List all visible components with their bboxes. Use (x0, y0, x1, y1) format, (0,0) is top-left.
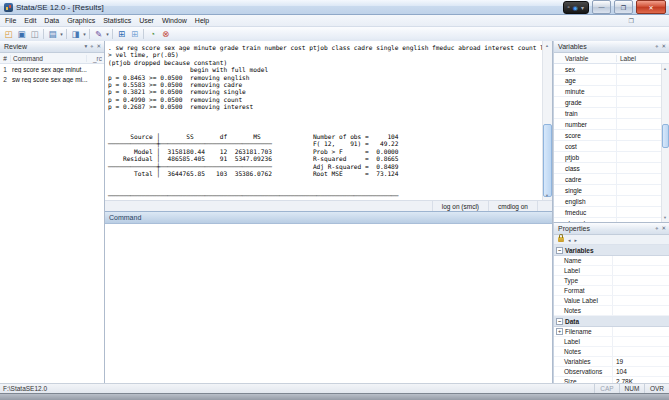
variables-pin-icon[interactable]: ⌖ (655, 43, 658, 50)
expand-icon[interactable]: + (556, 328, 563, 335)
properties-close-icon[interactable]: ✕ (661, 225, 666, 232)
variable-name[interactable]: class (554, 165, 616, 172)
property-row[interactable]: Format (554, 286, 669, 296)
overlay-widget[interactable]: ▫◉▾ (563, 1, 589, 14)
variable-name[interactable]: grade (554, 99, 616, 106)
review-column-headers[interactable]: # Command _rc (0, 53, 104, 64)
property-row[interactable]: Notes (554, 347, 669, 357)
review-dropdown-icon[interactable]: ▾ (85, 43, 88, 50)
variable-name[interactable]: number (554, 121, 616, 128)
status-toggle-ovr[interactable]: OVR (644, 384, 669, 393)
review-panel-header[interactable]: Review ▾ ⌖ ✕ (0, 41, 104, 53)
variable-row[interactable]: abroad (554, 218, 669, 222)
restore-button[interactable]: ❐ (614, 0, 633, 14)
menu-item-data[interactable]: Data (40, 17, 63, 24)
variable-row[interactable]: class (554, 163, 669, 174)
scroll-up-icon[interactable]: ▲ (543, 41, 551, 50)
review-row[interactable]: 1reg score sex age minut... (0, 64, 104, 74)
do-file-editor-dropdown-icon[interactable]: ▾ (105, 31, 110, 37)
menu-item-statistics[interactable]: Statistics (99, 17, 135, 24)
variable-row[interactable]: grade (554, 97, 669, 108)
data-editor-icon[interactable]: ⊞ (115, 28, 128, 40)
review-close-icon[interactable]: ✕ (96, 43, 101, 50)
property-row[interactable]: Name (554, 256, 669, 266)
record-icon[interactable]: ◉ (573, 4, 578, 11)
menu-item-help[interactable]: Help (191, 17, 213, 24)
variable-row[interactable]: minute (554, 86, 669, 97)
scroll-down-icon[interactable]: ▼ (543, 191, 551, 200)
property-row[interactable]: Type (554, 276, 669, 286)
scroll-down-icon[interactable]: ▼ (662, 213, 668, 222)
variable-name[interactable]: score (554, 132, 616, 139)
variable-name[interactable]: abroad (554, 220, 616, 223)
variable-name[interactable]: single (554, 187, 616, 194)
print-icon[interactable]: ◫ (28, 28, 41, 40)
results-scrollbar-thumb[interactable] (543, 124, 552, 198)
variable-name[interactable]: fmeduc (554, 209, 616, 216)
open-icon[interactable]: ◰ (2, 28, 15, 40)
widget-menu-icon[interactable]: ▾ (581, 4, 584, 11)
variable-name[interactable]: cadre (554, 176, 616, 183)
property-row[interactable]: Observations104 (554, 367, 669, 377)
clear-more-icon[interactable]: ◔ (146, 28, 159, 40)
variables-column-headers[interactable]: Variable Label (554, 53, 669, 64)
status-toggle-num[interactable]: NUM (619, 384, 644, 393)
variables-scrollbar-thumb[interactable] (662, 124, 669, 148)
minimize-button[interactable]: — (592, 0, 611, 14)
menu-item-graphics[interactable]: Graphics (63, 17, 99, 24)
review-row[interactable]: 2sw reg score sex age mi... (0, 74, 104, 84)
collapse-icon[interactable]: − (556, 247, 563, 254)
variable-row[interactable]: number (554, 119, 669, 130)
menu-item-edit[interactable]: Edit (20, 17, 40, 24)
variable-row[interactable]: sex (554, 64, 669, 75)
command-input[interactable] (105, 224, 552, 383)
property-row[interactable]: Label (554, 337, 669, 347)
do-file-editor-icon[interactable]: ✎ (92, 28, 105, 40)
review-pin-icon[interactable]: ⌖ (90, 43, 93, 50)
data-browser-icon[interactable]: ⊞ (128, 28, 141, 40)
variables-close-icon[interactable]: ✕ (661, 43, 666, 50)
screen-icon[interactable]: ▫ (568, 4, 570, 10)
results-viewport[interactable]: . sw reg score sex age minute grade trai… (105, 41, 552, 200)
variable-row[interactable]: age (554, 75, 669, 86)
mdi-restore-icon[interactable]: ❐ (629, 17, 634, 24)
break-icon[interactable]: ⊗ (159, 28, 172, 40)
variable-name[interactable]: minute (554, 88, 616, 95)
command-window-header[interactable]: Command (105, 211, 552, 224)
scroll-up-icon[interactable]: ▲ (662, 64, 668, 73)
status-toggle-cap[interactable]: CAP (594, 384, 619, 393)
lock-icon[interactable] (558, 237, 564, 242)
save-icon[interactable]: ▣ (15, 28, 28, 40)
variable-row[interactable]: ptjob (554, 152, 669, 163)
property-row[interactable]: Variables19 (554, 357, 669, 367)
properties-panel-header[interactable]: Properties ⌖ ✕ (554, 223, 669, 235)
review-col-rc[interactable]: _rc (87, 55, 104, 62)
variable-row[interactable]: cadre (554, 174, 669, 185)
property-row[interactable]: Label (554, 266, 669, 276)
variables-col-variable[interactable]: Variable (554, 55, 616, 62)
collapse-icon[interactable]: − (556, 318, 563, 325)
variable-name[interactable]: age (554, 77, 616, 84)
close-button[interactable]: ✕ (636, 0, 666, 14)
variable-row[interactable]: english (554, 196, 669, 207)
property-row[interactable]: Value Label (554, 296, 669, 306)
viewer-icon[interactable]: ◨ (69, 28, 82, 40)
variable-name[interactable]: cost (554, 143, 616, 150)
viewer-dropdown-icon[interactable]: ▾ (82, 31, 87, 37)
review-col-command[interactable]: Command (11, 55, 87, 62)
variable-row[interactable]: train (554, 108, 669, 119)
results-vertical-scrollbar[interactable]: ▲ ▼ (542, 41, 552, 200)
variable-name[interactable]: train (554, 110, 616, 117)
variable-row[interactable]: single (554, 185, 669, 196)
variable-row[interactable]: cost (554, 141, 669, 152)
variable-row[interactable]: fmeduc (554, 207, 669, 218)
menu-item-window[interactable]: Window (158, 17, 191, 24)
properties-group-data[interactable]: −Data (554, 316, 669, 327)
previous-arrow-icon[interactable]: ◂ (568, 237, 571, 243)
next-arrow-icon[interactable]: ▸ (575, 237, 578, 243)
properties-pin-icon[interactable]: ⌖ (655, 225, 658, 232)
log-dropdown-icon[interactable]: ▾ (59, 31, 64, 37)
variable-name[interactable]: sex (554, 66, 616, 73)
variables-scrollbar[interactable]: ▲ ▼ (661, 64, 669, 222)
variables-col-label[interactable]: Label (616, 55, 669, 62)
